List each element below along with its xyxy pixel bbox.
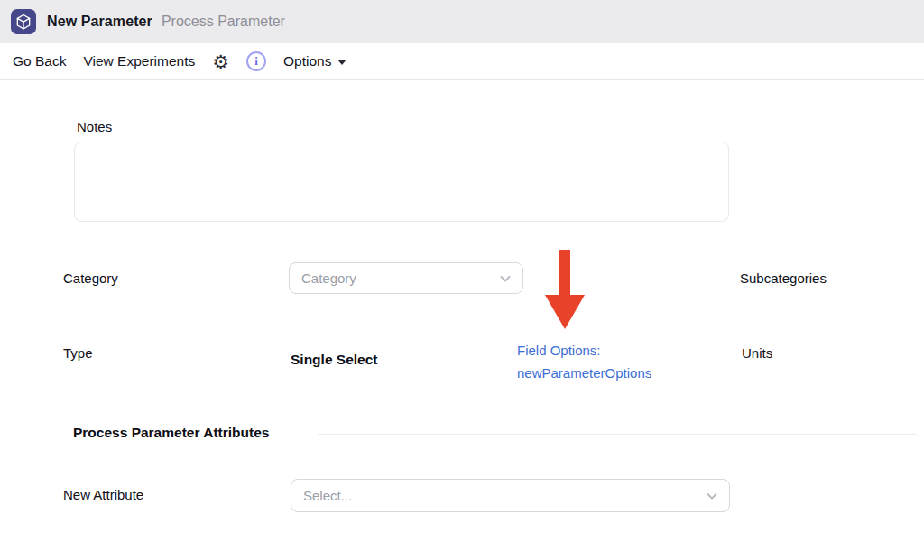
new-attribute-label: New Attribute: [63, 487, 143, 502]
gear-icon[interactable]: ⚙: [212, 52, 229, 71]
page-title: New Parameter: [47, 14, 152, 30]
new-attribute-select-placeholder: Select...: [303, 488, 352, 503]
page-subtitle: Process Parameter: [162, 14, 285, 30]
view-experiments-button[interactable]: View Experiments: [83, 53, 195, 69]
red-down-arrow-annotation: [544, 250, 586, 331]
notes-label: Notes: [77, 119, 112, 134]
type-label: Type: [63, 345, 93, 361]
field-options-link-line1: Field Options:: [517, 343, 601, 358]
cube-icon: [11, 9, 36, 34]
field-options-link-line2: newParameterOptions: [517, 365, 651, 381]
category-label: Category: [63, 271, 118, 286]
options-label: Options: [283, 53, 331, 69]
category-select[interactable]: Category: [289, 262, 523, 294]
action-toolbar: Go Back View Experiments ⚙ i Options: [0, 43, 924, 80]
category-select-placeholder: Category: [301, 271, 356, 286]
type-value: Single Select: [291, 352, 377, 368]
chevron-down-icon: [706, 490, 718, 502]
options-dropdown-button[interactable]: Options: [283, 53, 346, 69]
units-label: Units: [742, 345, 772, 361]
info-icon[interactable]: i: [246, 51, 266, 71]
caret-down-icon: [337, 60, 346, 65]
subcategories-label: Subcategories: [740, 271, 827, 286]
notes-input[interactable]: [74, 142, 729, 222]
new-parameter-page: New Parameter Process Parameter Go Back …: [0, 0, 924, 560]
new-attribute-select[interactable]: Select...: [291, 479, 730, 512]
chevron-down-icon: [499, 272, 512, 285]
field-options-link[interactable]: Field Options: newParameterOptions: [517, 339, 651, 384]
go-back-button[interactable]: Go Back: [13, 53, 66, 69]
attributes-section-title: Process Parameter Attributes: [73, 425, 269, 441]
window-header: New Parameter Process Parameter: [0, 0, 924, 43]
section-divider: [318, 434, 917, 435]
